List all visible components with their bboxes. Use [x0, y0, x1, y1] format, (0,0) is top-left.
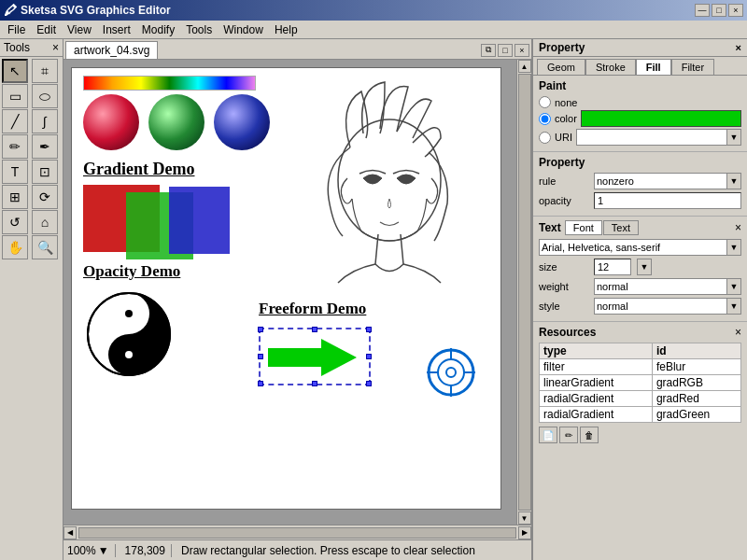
tab-restore-button[interactable]: ⧉: [481, 44, 496, 57]
rule-label: rule: [539, 175, 590, 187]
style-select-wrap: normal italic oblique ▼: [594, 298, 741, 315]
opacity-input[interactable]: [594, 192, 741, 209]
res-edit-button[interactable]: ✏: [559, 427, 578, 443]
menu-help[interactable]: Help: [269, 21, 303, 38]
size-arrow[interactable]: ▼: [637, 259, 652, 275]
tab-close-button[interactable]: ×: [514, 44, 529, 57]
pen-tool[interactable]: ✒: [32, 134, 58, 159]
font-family-select[interactable]: Arial, Helvetica, sans-serif: [539, 239, 727, 256]
property-section-title: Property: [539, 156, 741, 169]
tab-stroke[interactable]: Stroke: [585, 59, 636, 75]
vscroll-down[interactable]: ▼: [518, 511, 531, 525]
resources-panel: Resources × type id filter feBlur li: [533, 322, 747, 560]
hand-tool[interactable]: ✋: [2, 235, 28, 259]
property-tabs-row: Geom Stroke Fill Filter: [533, 57, 747, 76]
canvas-white[interactable]: Gradient Demo Opacity Demo: [71, 67, 501, 510]
resources-table: type id filter feBlur linearGradient gra…: [539, 343, 741, 423]
tools-close[interactable]: ×: [52, 41, 59, 54]
hscroll-thumb[interactable]: [78, 527, 516, 539]
res-type-0: filter: [540, 359, 653, 375]
rule-select-arrow[interactable]: ▼: [726, 173, 741, 189]
canvas-content[interactable]: Gradient Demo Opacity Demo: [63, 60, 516, 525]
size-input[interactable]: [594, 259, 631, 275]
text-tab-text[interactable]: Text: [603, 220, 639, 235]
target-icon: [427, 348, 475, 399]
zoom-arrow[interactable]: ▼: [98, 544, 109, 557]
uri-select[interactable]: [576, 129, 727, 146]
rotate-tool[interactable]: ↺: [2, 210, 28, 234]
tab-fill[interactable]: Fill: [636, 59, 671, 75]
menu-insert[interactable]: Insert: [97, 21, 136, 38]
menu-modify[interactable]: Modify: [136, 21, 180, 38]
text-panel-close[interactable]: ×: [735, 221, 741, 234]
title-bar-controls: — □ ×: [695, 4, 743, 17]
lasso-tool[interactable]: ⌗: [32, 59, 58, 83]
menu-window[interactable]: Window: [218, 21, 269, 38]
menu-view[interactable]: View: [62, 21, 97, 38]
rect-tool[interactable]: ▭: [2, 84, 28, 108]
svg-point-7: [438, 359, 464, 385]
zoom-tool[interactable]: 🔍: [32, 235, 58, 259]
opacity-label: opacity: [539, 195, 590, 206]
image-tool[interactable]: ⊡: [32, 160, 58, 184]
bezier-tool[interactable]: ∫: [32, 109, 58, 133]
arrow-shape: [268, 339, 357, 376]
style-arrow[interactable]: ▼: [726, 298, 741, 315]
hscroll-left[interactable]: ◀: [63, 526, 77, 539]
font-family-arrow[interactable]: ▼: [726, 239, 741, 256]
style-select[interactable]: normal italic oblique: [594, 298, 727, 315]
res-type-1: linearGradient: [540, 375, 653, 391]
zoom-control[interactable]: 100% ▼: [67, 544, 116, 557]
res-id-2: gradRed: [652, 391, 740, 407]
close-button[interactable]: ×: [728, 4, 743, 17]
table-row[interactable]: radialGradient gradRed: [540, 391, 741, 407]
table-row[interactable]: radialGradient gradGreen: [540, 407, 741, 423]
vscroll-thumb[interactable]: [518, 74, 531, 511]
menu-edit[interactable]: Edit: [31, 21, 62, 38]
table-row[interactable]: filter feBlur: [540, 359, 741, 375]
menu-tools[interactable]: Tools: [180, 21, 218, 38]
res-delete-button[interactable]: 🗑: [580, 427, 599, 443]
tab-geom[interactable]: Geom: [537, 59, 585, 75]
paint-color-radio[interactable]: [539, 113, 551, 125]
table-row[interactable]: linearGradient gradRGB: [540, 375, 741, 391]
paint-none-radio[interactable]: [539, 96, 551, 108]
sphere-green: [148, 94, 204, 150]
menu-file[interactable]: File: [2, 21, 31, 38]
minimize-button[interactable]: —: [695, 4, 710, 17]
ellipse-tool[interactable]: ⬭: [32, 84, 58, 108]
app-icon: 🖍: [4, 3, 17, 18]
hscroll[interactable]: ◀ ▶: [63, 525, 531, 539]
transform-tool[interactable]: ⟳: [32, 185, 58, 209]
property-panel-close[interactable]: ×: [736, 42, 741, 53]
status-bar: 100% ▼ 178,309 Draw rectangular selectio…: [63, 539, 531, 560]
uri-select-arrow[interactable]: ▼: [726, 129, 741, 146]
hscroll-right[interactable]: ▶: [518, 526, 531, 539]
rule-select[interactable]: nonzero evenodd: [594, 173, 727, 189]
gradient-bar: [83, 76, 256, 91]
select-tool[interactable]: ↖: [2, 59, 28, 83]
vscroll-up[interactable]: ▲: [518, 60, 531, 73]
canvas-tab-bar: artwork_04.svg ⧉ □ ×: [63, 39, 531, 60]
vscroll[interactable]: ▲ ▼: [516, 60, 531, 525]
skew-tool[interactable]: ⌂: [32, 210, 58, 234]
weight-select[interactable]: normal bold bolder lighter: [594, 278, 727, 295]
line-tool[interactable]: ╱: [2, 109, 28, 133]
res-type-3: radialGradient: [540, 407, 653, 423]
status-message: Draw rectangular selection. Press escape…: [176, 544, 481, 557]
paint-uri-radio[interactable]: [539, 132, 551, 144]
canvas-tab[interactable]: artwork_04.svg: [65, 41, 158, 59]
color-swatch[interactable]: [581, 110, 741, 127]
paint-none-row: none: [539, 96, 741, 108]
resources-close[interactable]: ×: [735, 326, 741, 339]
group-tool[interactable]: ⊞: [2, 185, 28, 209]
text-tab-font[interactable]: Font: [565, 220, 602, 235]
tab-maximize-button[interactable]: □: [498, 44, 513, 57]
opacity-demo-title: Opacity Demo: [83, 262, 180, 281]
maximize-button[interactable]: □: [712, 4, 726, 17]
text-tool[interactable]: T: [2, 160, 28, 184]
res-new-button[interactable]: 📄: [539, 427, 557, 443]
pencil-tool[interactable]: ✏: [2, 134, 28, 159]
weight-arrow[interactable]: ▼: [726, 278, 741, 295]
tab-filter[interactable]: Filter: [671, 59, 714, 75]
